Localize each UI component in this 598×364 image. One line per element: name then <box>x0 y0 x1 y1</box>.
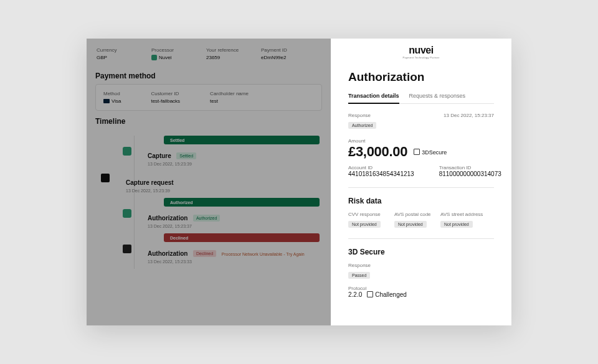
avs-postal-value: Not provided <box>394 221 427 228</box>
divider <box>348 187 494 188</box>
processor-logo: nuvei Payment Technology Partner <box>348 39 494 63</box>
flag-icon <box>367 291 373 297</box>
panel-title: Authorization <box>348 70 494 84</box>
backdrop-overlay[interactable] <box>87 39 331 325</box>
3ds-challenge-flag: Challenged <box>375 291 407 298</box>
3ds-protocol-label: Protocol <box>348 286 494 291</box>
tab-transaction-details[interactable]: Transaction details <box>348 89 399 104</box>
3dsecure-heading: 3D Secure <box>348 248 494 256</box>
response-label: Response <box>348 113 376 118</box>
detail-panel: nuvei Payment Technology Partner Authori… <box>331 39 511 325</box>
response-chip: Authorized <box>348 122 376 129</box>
flag-icon <box>414 149 420 155</box>
app-window: Currency GBP Processor Nuvei Your refere… <box>87 39 511 325</box>
3ds-response-value: Passed <box>348 272 370 279</box>
transaction-id-value: 811000000000314073 <box>439 170 501 177</box>
transaction-id-label: Transaction ID <box>439 165 501 170</box>
3ds-protocol-value: 2.2.0 <box>348 291 362 298</box>
divider <box>348 238 494 239</box>
avs-street-label: AVS street address <box>440 212 483 217</box>
3ds-response-label: Response <box>348 263 494 268</box>
risk-data-heading: Risk data <box>348 197 494 205</box>
panel-tabs: Transaction details Requests & responses <box>348 89 494 104</box>
account-id-value: 4410181634854341213 <box>348 170 414 177</box>
account-id-label: Account ID <box>348 165 414 170</box>
cvv-response-value: Not provided <box>348 221 381 228</box>
response-timestamp: 13 Dec 2022, 15:23:37 <box>444 113 494 118</box>
secure-tag: 3DSecure <box>422 149 447 156</box>
tab-requests-responses[interactable]: Requests & responses <box>409 89 466 103</box>
avs-postal-label: AVS postal code <box>394 212 432 217</box>
amount-value: £3,000.00 <box>348 144 407 160</box>
cvv-response-label: CVV response <box>348 212 386 217</box>
avs-street-value: Not provided <box>440 221 473 228</box>
main-content-dimmed: Currency GBP Processor Nuvei Your refere… <box>87 39 331 325</box>
amount-label: Amount <box>348 138 494 144</box>
